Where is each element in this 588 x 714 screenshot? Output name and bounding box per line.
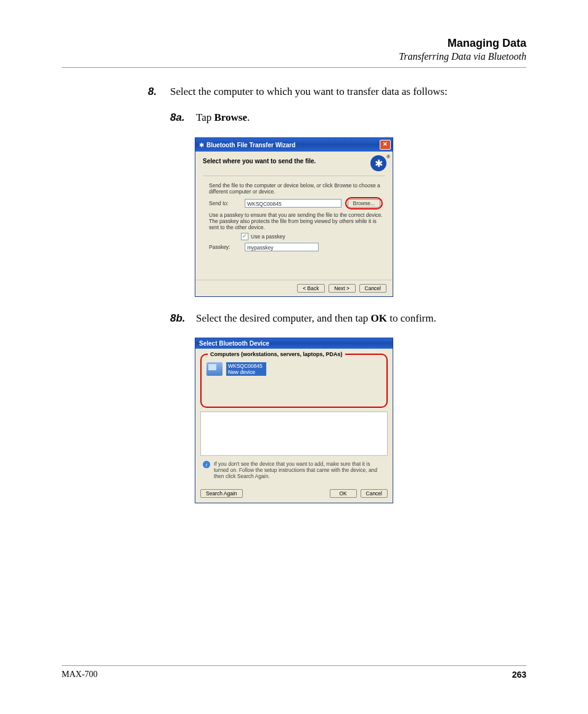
computers-group-highlight: Computers (workstations, servers, laptop… [200, 354, 388, 408]
step-8b-suffix: to confirm. [387, 312, 436, 324]
step-8b-prefix: Select the desired computer, and then ta… [196, 312, 371, 324]
page-header-title: Managing Data [62, 37, 526, 50]
search-again-button[interactable]: Search Again [200, 489, 243, 498]
footer-rule [62, 665, 526, 666]
passkey-note: Use a passkey to ensure that you are sen… [209, 212, 383, 230]
passkey-input[interactable]: mypasskey [245, 243, 319, 251]
back-button[interactable]: < Back [297, 284, 324, 293]
passkey-label: Passkey: [209, 244, 241, 250]
browse-highlight: Browse... [345, 197, 383, 209]
footer-product: MAX-700 [62, 670, 97, 680]
device-name: WKSQC00845 [228, 363, 263, 369]
device-info-text: If you don't see the device that you wan… [214, 461, 385, 480]
wizard-heading: Select where you want to send the file. [203, 158, 385, 164]
page-number: 263 [512, 670, 526, 680]
wizard-description: Send the file to the computer or device … [209, 182, 383, 195]
step-8a-number: 8a. [170, 110, 196, 126]
page-header-subtitle: Transferring Data via Bluetooth [62, 51, 526, 62]
cancel-button-2[interactable]: Cancel [361, 489, 388, 498]
device-item[interactable]: WKSQC00845 New device [206, 362, 382, 376]
step-8a-bold: Browse [214, 112, 248, 123]
step-8a-prefix: Tap [196, 112, 214, 123]
wizard-title: Bluetooth File Transfer Wizard [206, 142, 295, 148]
registered-mark: ® [386, 154, 390, 160]
info-icon: i [203, 461, 210, 468]
ok-button[interactable]: OK [330, 489, 357, 498]
step-8b-bold: OK [371, 312, 387, 324]
step-8b-text: Select the desired computer, and then ta… [196, 310, 526, 327]
select-device-titlebar: Select Bluetooth Device [195, 338, 393, 349]
wizard-titlebar: ✱ Bluetooth File Transfer Wizard ✕ [195, 138, 393, 152]
select-device-dialog: Select Bluetooth Device Computers (works… [195, 338, 393, 504]
use-passkey-label: Use a passkey [251, 233, 285, 240]
bluetooth-wizard-dialog: ✱ Bluetooth File Transfer Wizard ✕ Selec… [195, 137, 393, 297]
step-8-number: 8. [148, 84, 170, 100]
use-passkey-checkbox[interactable]: ✓ [241, 233, 248, 240]
step-8-text: Select the computer to which you want to… [170, 84, 526, 100]
step-8a-suffix: . [247, 112, 250, 123]
sendto-input[interactable]: WKSQC00845 [245, 199, 341, 208]
browse-button[interactable]: Browse... [348, 199, 380, 208]
step-8b-number: 8b. [170, 310, 196, 327]
cancel-button[interactable]: Cancel [359, 284, 386, 293]
computers-group-label: Computers (workstations, servers, laptop… [208, 351, 345, 357]
computer-icon [206, 362, 223, 376]
next-button[interactable]: Next > [329, 284, 356, 293]
sendto-label: Send to: [209, 200, 241, 206]
header-rule [62, 67, 526, 68]
select-device-title: Select Bluetooth Device [199, 340, 269, 347]
device-status: New device [228, 369, 263, 375]
bluetooth-logo-icon: ✱ [370, 155, 386, 171]
device-list-area [200, 412, 388, 456]
step-8a-text: Tap Browse. [196, 110, 526, 126]
close-icon[interactable]: ✕ [380, 140, 391, 150]
bluetooth-icon: ✱ [199, 142, 204, 148]
